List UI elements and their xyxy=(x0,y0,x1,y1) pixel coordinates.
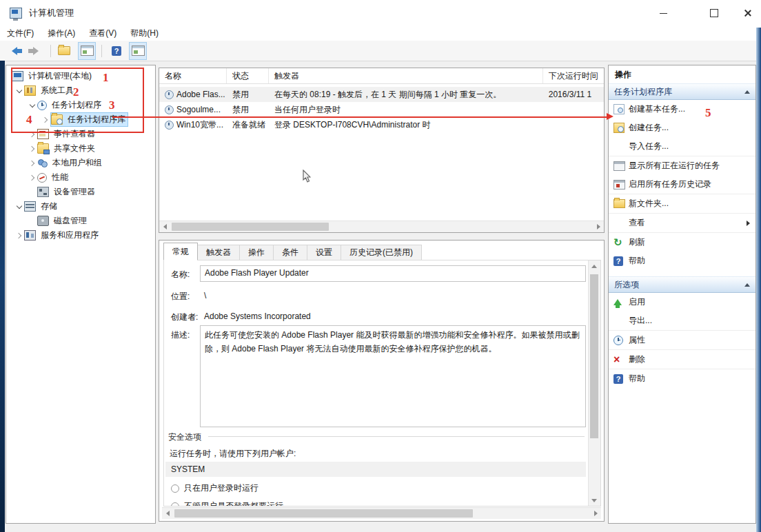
action-properties[interactable]: 属性 xyxy=(609,330,755,349)
console-tree-pane: 计算机管理(本地) 系统工具 任务计划程序 任务计划程序库 事件查看器 共享文件… xyxy=(6,65,156,524)
scrollbar-thumb[interactable] xyxy=(590,274,598,438)
scroll-right-icon[interactable] xyxy=(593,221,604,232)
help-icon[interactable]: ? xyxy=(108,42,125,60)
radio-run-when-logged-on[interactable]: 只在用户登录时运行 xyxy=(171,482,258,494)
toolbar-separator xyxy=(101,45,102,57)
action-import-task[interactable]: 导入任务... xyxy=(609,137,755,156)
collapse-icon[interactable] xyxy=(744,283,750,287)
folder-icon[interactable] xyxy=(57,42,74,60)
column-header-next-run[interactable]: 下次运行时间 xyxy=(543,68,604,83)
tree-item-performance[interactable]: 性能 xyxy=(6,170,155,185)
maximize-button[interactable] xyxy=(698,0,730,26)
tab-settings[interactable]: 设置 xyxy=(307,245,341,260)
tree-item-event-viewer[interactable]: 事件查看器 xyxy=(6,127,155,141)
menu-help[interactable]: 帮助(H) xyxy=(130,28,159,39)
back-icon[interactable] xyxy=(6,42,23,60)
tree-item-shared-folders[interactable]: 共享文件夹 xyxy=(6,141,155,156)
action-new-folder[interactable]: 新文件夹... xyxy=(609,194,755,213)
delete-icon: × xyxy=(613,355,620,365)
menu-view[interactable]: 查看(V) xyxy=(89,28,116,39)
task-list-pane: 名称 状态 触发器 下次运行时间 Adobe Flas... 禁用 在每天的 0… xyxy=(159,68,605,233)
action-enable-task-history[interactable]: 启用所有任务历史记录 xyxy=(609,175,755,194)
console-tree-icon[interactable] xyxy=(78,42,96,60)
desktop-edge-right xyxy=(756,28,761,532)
horizontal-scrollbar[interactable] xyxy=(159,221,604,232)
column-header-trigger[interactable]: 触发器 xyxy=(269,68,543,83)
close-button[interactable] xyxy=(732,0,761,26)
scrollbar-thumb[interactable] xyxy=(172,223,329,231)
action-view[interactable]: 查看 xyxy=(609,213,755,232)
menu-file[interactable]: 文件(F) xyxy=(7,28,34,39)
expander-icon[interactable] xyxy=(41,115,50,125)
app-icon xyxy=(10,8,22,19)
column-header-status[interactable]: 状态 xyxy=(227,68,269,83)
tree-item-system-tools[interactable]: 系统工具 xyxy=(6,83,155,98)
new-folder-icon xyxy=(613,199,625,208)
annotation-1: 1 xyxy=(103,71,109,85)
radio-icon[interactable] xyxy=(171,484,179,493)
horizontal-scrollbar[interactable] xyxy=(162,507,601,519)
expander-icon[interactable] xyxy=(28,144,37,154)
account-row[interactable]: SYSTEM xyxy=(165,462,586,477)
actions-title: 操作 xyxy=(609,65,755,83)
table-row[interactable]: Sogoulme... 禁用 当任何用户登录时 xyxy=(159,102,604,117)
scrollbar-thumb[interactable] xyxy=(174,509,473,518)
action-show-running-tasks[interactable]: 显示所有正在运行的任务 xyxy=(609,156,755,175)
tree-item-disk-management[interactable]: 磁盘管理 xyxy=(6,214,155,228)
annotation-arrowhead xyxy=(607,113,613,120)
expander-icon[interactable] xyxy=(28,130,37,139)
description-field[interactable]: 此任务可使您安装的 Adobe Flash Player 能及时获得最新的增强功… xyxy=(200,325,586,427)
scroll-left-icon[interactable] xyxy=(159,221,170,232)
vertical-scrollbar[interactable] xyxy=(588,260,600,506)
action-delete[interactable]: × 删除 xyxy=(609,349,755,369)
scroll-left-icon[interactable] xyxy=(162,508,173,519)
expander-icon[interactable] xyxy=(14,231,24,241)
table-row[interactable]: Adobe Flas... 禁用 在每天的 08:19 - 触发后，在 1 天 … xyxy=(159,87,604,102)
tab-triggers[interactable]: 触发器 xyxy=(198,245,240,260)
detail-tabs: 常规 触发器 操作 条件 设置 历史记录(已禁用) xyxy=(163,244,422,260)
action-refresh[interactable]: ↻ 刷新 xyxy=(609,232,755,252)
action-create-task[interactable]: 创建任务... xyxy=(609,119,755,137)
collapse-icon[interactable] xyxy=(744,90,750,94)
expander-icon[interactable] xyxy=(28,173,37,183)
action-help-selected[interactable]: ? 帮助 xyxy=(609,369,755,388)
scroll-down-icon[interactable] xyxy=(589,495,600,506)
tab-conditions[interactable]: 条件 xyxy=(274,245,307,260)
section-header-selected-item[interactable]: 所选项 xyxy=(609,276,755,293)
scroll-up-icon[interactable] xyxy=(589,260,600,272)
help-icon: ? xyxy=(613,374,623,384)
action-pane-icon[interactable] xyxy=(129,42,147,60)
tab-general[interactable]: 常规 xyxy=(163,243,198,260)
forward-icon[interactable] xyxy=(27,42,45,60)
action-export[interactable]: 导出... xyxy=(609,311,755,330)
tree-item-local-users-groups[interactable]: 本地用户和组 xyxy=(6,156,155,170)
tree-item-services-applications[interactable]: 服务和应用程序 xyxy=(6,228,155,243)
section-header-library[interactable]: 任务计划程序库 xyxy=(609,83,755,100)
name-field[interactable]: Adobe Flash Player Updater xyxy=(200,265,586,282)
column-header-name[interactable]: 名称 xyxy=(159,68,227,83)
menu-action[interactable]: 操作(A) xyxy=(48,28,75,39)
radio-icon[interactable] xyxy=(171,502,179,507)
general-tab-page: 名称: Adobe Flash Player Updater 位置: \ 创建者… xyxy=(163,260,601,507)
tab-history[interactable]: 历史记录(已禁用) xyxy=(341,245,422,260)
expander-icon[interactable] xyxy=(28,101,37,110)
selected-tree-item[interactable]: 任务计划程序库 xyxy=(50,112,128,127)
minimize-button[interactable] xyxy=(647,0,679,26)
tree-item-task-scheduler[interactable]: 任务计划程序 xyxy=(6,98,155,112)
table-row[interactable]: Win10宽带... 准备就绪 登录 DESKTOP-I708CVH\Admin… xyxy=(159,117,604,132)
tree-item-computer-management[interactable]: 计算机管理(本地) xyxy=(6,69,155,83)
expander-icon[interactable] xyxy=(14,202,24,212)
task-clock-icon xyxy=(165,105,174,114)
action-help[interactable]: ? 帮助 xyxy=(609,252,755,270)
tree-item-device-manager[interactable]: 设备管理器 xyxy=(6,185,155,199)
expander-icon[interactable] xyxy=(28,158,37,168)
scroll-right-icon[interactable] xyxy=(590,508,601,519)
name-label: 名称: xyxy=(171,269,190,280)
action-create-basic-task[interactable]: 创建基本任务... xyxy=(609,100,755,119)
tree-item-storage[interactable]: 存储 xyxy=(6,199,155,214)
tab-actions[interactable]: 操作 xyxy=(240,245,274,260)
action-enable[interactable]: 启用 xyxy=(609,293,755,311)
task-clock-icon xyxy=(165,90,174,99)
expander-icon[interactable] xyxy=(14,86,24,96)
radio-run-whether-logged-on[interactable]: 不管用户是否登录都要运行 xyxy=(171,500,283,507)
